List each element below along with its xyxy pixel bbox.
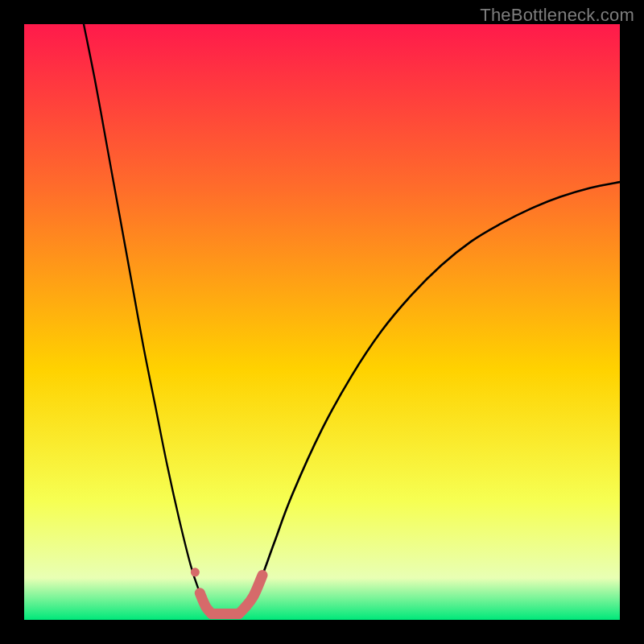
- chart-frame: TheBottleneck.com: [0, 0, 644, 644]
- chart-svg: [24, 24, 620, 620]
- isolated-marker-dot: [191, 568, 200, 576]
- gradient-background: [24, 24, 620, 620]
- watermark-text: TheBottleneck.com: [480, 5, 634, 26]
- plot-area: [24, 24, 620, 620]
